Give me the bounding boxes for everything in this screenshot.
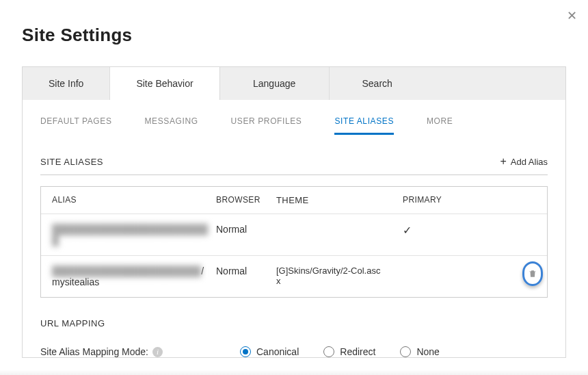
radio-label: None — [416, 346, 439, 357]
check-icon: ✓ — [403, 224, 412, 236]
radio-redirect[interactable]: Redirect — [323, 346, 375, 357]
delete-alias-button[interactable] — [522, 261, 543, 286]
close-icon[interactable]: ✕ — [567, 8, 577, 23]
table-row[interactable]: ████████████████████████ Normal ✓ — [41, 214, 547, 255]
radio-canonical[interactable]: Canonical — [240, 346, 299, 357]
tab-site-behavior[interactable]: Site Behavior — [110, 67, 219, 100]
radio-none[interactable]: None — [400, 346, 439, 357]
alias-table: ALIAS BROWSER THEME PRIMARY ████████████… — [40, 186, 548, 298]
col-header-alias: ALIAS — [52, 195, 216, 205]
add-alias-label: Add Alias — [511, 157, 548, 167]
mapping-mode-radio-group: Canonical Redirect None — [240, 346, 440, 357]
cell-theme: [G]Skins/Gravity/2-Col.ascx — [276, 266, 382, 286]
add-alias-button[interactable]: + Add Alias — [500, 155, 548, 168]
info-icon[interactable]: i — [152, 347, 163, 357]
radio-icon — [323, 346, 334, 357]
col-header-primary: PRIMARY — [382, 195, 485, 205]
section-title-site-aliases: SITE ALIASES — [40, 157, 103, 167]
cell-browser: Normal — [216, 266, 276, 276]
url-mapping-section: URL MAPPING Site Alias Mapping Mode: i C… — [40, 318, 548, 357]
radio-icon — [240, 346, 251, 357]
subtab-user-profiles[interactable]: USER PROFILES — [231, 109, 302, 135]
url-mapping-title: URL MAPPING — [40, 318, 548, 328]
sub-tabs: DEFAULT PAGES MESSAGING USER PROFILES SI… — [23, 100, 565, 135]
trash-icon — [528, 269, 537, 279]
alias-redacted: ██████████████████████ — [52, 266, 201, 276]
subtab-more[interactable]: MORE — [427, 109, 453, 135]
subtab-default-pages[interactable]: DEFAULT PAGES — [40, 109, 112, 135]
subtab-messaging[interactable]: MESSAGING — [145, 109, 198, 135]
alias-redacted: ████████████████████████ — [52, 224, 208, 246]
radio-label: Redirect — [340, 346, 375, 357]
col-header-browser: BROWSER — [216, 195, 276, 205]
mapping-mode-label: Site Alias Mapping Mode: — [40, 346, 148, 357]
radio-label: Canonical — [256, 346, 299, 357]
main-tabs: Site Info Site Behavior Language Search — [23, 67, 565, 100]
table-row[interactable]: ██████████████████████/mysitealias Norma… — [41, 255, 547, 297]
settings-panel: Site Info Site Behavior Language Search … — [22, 66, 566, 358]
subtab-site-aliases[interactable]: SITE ALIASES — [334, 109, 394, 135]
tab-site-info[interactable]: Site Info — [23, 67, 110, 100]
tab-search[interactable]: Search — [330, 67, 425, 100]
col-header-theme: THEME — [276, 195, 382, 205]
page-title: Site Settings — [0, 0, 588, 66]
tab-language[interactable]: Language — [220, 67, 330, 100]
bottom-shadow — [0, 370, 588, 375]
plus-icon: + — [500, 155, 506, 168]
table-header-row: ALIAS BROWSER THEME PRIMARY — [41, 187, 547, 214]
cell-browser: Normal — [216, 224, 276, 235]
radio-icon — [400, 346, 411, 357]
